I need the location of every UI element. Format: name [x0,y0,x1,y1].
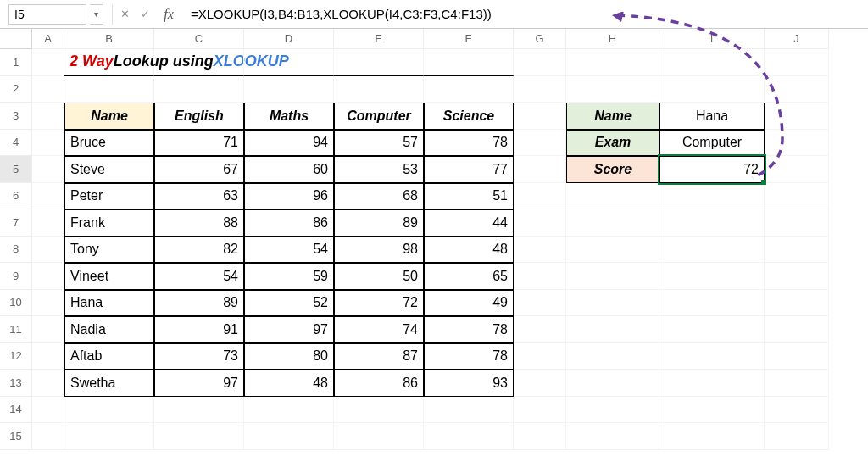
cell-A1[interactable] [32,49,64,76]
row-header-1[interactable]: 1 [0,49,32,76]
cell-I9[interactable] [659,263,765,290]
cell-G9[interactable] [514,263,566,290]
cell-I15[interactable] [659,423,765,450]
cell-I11[interactable] [659,316,765,343]
cell-G11[interactable] [514,316,566,343]
cell-I10[interactable] [659,290,765,317]
cell-B15[interactable] [64,423,154,450]
table-row-value[interactable]: 60 [244,156,334,183]
cell-H15[interactable] [566,423,659,450]
table-header-computer[interactable]: Computer [334,103,424,130]
cell-G4[interactable] [514,130,566,157]
table-row-value[interactable]: 87 [334,343,424,370]
table-row-value[interactable]: 78 [424,343,514,370]
table-row-value[interactable]: 67 [154,156,244,183]
table-row-value[interactable]: 77 [424,156,514,183]
cell-J9[interactable] [765,263,829,290]
table-row-value[interactable]: 86 [334,370,424,397]
cell-E15[interactable] [334,423,424,450]
cell-J4[interactable] [765,130,829,157]
table-row-value[interactable]: 63 [154,183,244,210]
cell-E1[interactable] [334,49,424,76]
cell-I2[interactable] [659,76,765,103]
cell-H11[interactable] [566,316,659,343]
table-row-value[interactable]: 54 [154,263,244,290]
cell-A6[interactable] [32,183,64,210]
table-row-value[interactable]: 97 [154,370,244,397]
cell-I1[interactable] [659,49,765,76]
cell-G5[interactable] [514,156,566,183]
cell-G12[interactable] [514,343,566,370]
table-row-value[interactable]: 44 [424,209,514,237]
cell-H1[interactable] [566,49,659,76]
cell-C15[interactable] [154,423,244,450]
column-header-F[interactable]: F [424,29,514,49]
row-header-6[interactable]: 6 [0,183,32,210]
table-row-value[interactable]: 48 [244,370,334,397]
table-row-value[interactable]: 65 [424,263,514,290]
cell-G1[interactable] [514,49,566,76]
table-header-english[interactable]: English [154,103,244,130]
cell-I12[interactable] [659,343,765,370]
table-row-name[interactable]: Swetha [64,370,154,397]
row-header-4[interactable]: 4 [0,130,32,157]
cell-G14[interactable] [514,397,566,424]
cell-F2[interactable] [424,76,514,103]
row-header-3[interactable]: 3 [0,103,32,130]
cell-J11[interactable] [765,316,829,343]
table-header-science[interactable]: Science [424,103,514,130]
column-header-A[interactable]: A [32,29,64,49]
cell-I14[interactable] [659,397,765,424]
table-row-value[interactable]: 89 [154,290,244,317]
column-header-G[interactable]: G [514,29,566,49]
lookup-exam-label[interactable]: Exam [566,130,659,157]
cell-E2[interactable] [334,76,424,103]
cell-H6[interactable] [566,183,659,210]
table-row-value[interactable]: 78 [424,130,514,157]
cell-H2[interactable] [566,76,659,103]
column-header-H[interactable]: H [566,29,659,49]
cell-J10[interactable] [765,290,829,317]
cell-J14[interactable] [765,397,829,424]
cell-A4[interactable] [32,130,64,157]
table-row-value[interactable]: 53 [334,156,424,183]
table-row-value[interactable]: 96 [244,183,334,210]
cell-D2[interactable] [244,76,334,103]
cell-F14[interactable] [424,397,514,424]
cell-J2[interactable] [765,76,829,103]
formula-input[interactable]: =XLOOKUP(I3,B4:B13,XLOOKUP(I4,C3:F3,C4:F… [184,7,868,21]
row-header-15[interactable]: 15 [0,423,32,450]
cell-J12[interactable] [765,343,829,370]
table-row-value[interactable]: 82 [154,237,244,264]
table-row-name[interactable]: Bruce [64,130,154,157]
cell-H8[interactable] [566,237,659,264]
table-row-name[interactable]: Tony [64,237,154,264]
table-row-value[interactable]: 78 [424,316,514,343]
table-row-name[interactable]: Steve [64,156,154,183]
cell-G2[interactable] [514,76,566,103]
confirm-icon[interactable]: ✓ [136,5,153,24]
cell-G6[interactable] [514,183,566,210]
cell-D1[interactable] [244,49,334,76]
table-row-value[interactable]: 88 [154,209,244,237]
cell-I6[interactable] [659,183,765,210]
table-row-value[interactable]: 97 [244,316,334,343]
row-header-13[interactable]: 13 [0,370,32,397]
table-row-value[interactable]: 54 [244,237,334,264]
column-header-E[interactable]: E [334,29,424,49]
row-header-14[interactable]: 14 [0,397,32,424]
cell-E14[interactable] [334,397,424,424]
cell-D14[interactable] [244,397,334,424]
row-header-12[interactable]: 12 [0,343,32,370]
table-row-value[interactable]: 71 [154,130,244,157]
cell-A10[interactable] [32,290,64,317]
cell-A5[interactable] [32,156,64,183]
row-header-11[interactable]: 11 [0,316,32,343]
name-box[interactable]: I5 [8,4,86,25]
table-row-value[interactable]: 72 [334,290,424,317]
table-row-name[interactable]: Nadia [64,316,154,343]
table-row-name[interactable]: Vineet [64,263,154,290]
table-row-value[interactable]: 52 [244,290,334,317]
cell-J3[interactable] [765,103,829,130]
name-box-dropdown[interactable]: ▾ [90,4,103,25]
